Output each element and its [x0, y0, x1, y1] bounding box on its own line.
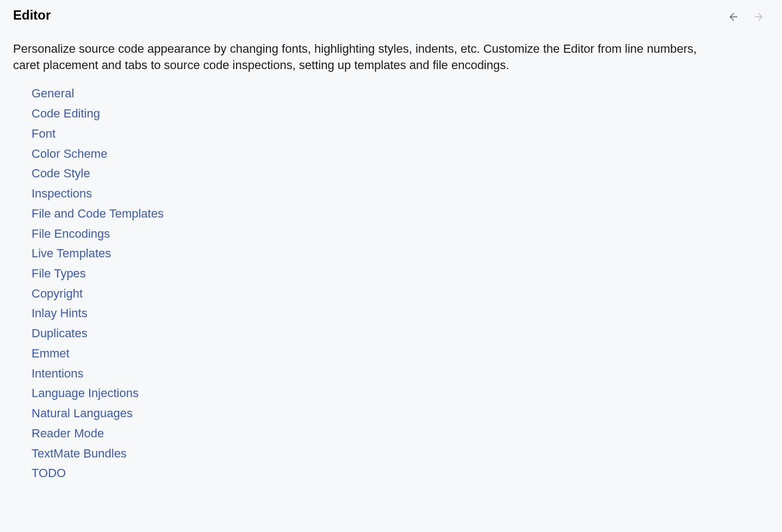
- link-live-templates[interactable]: Live Templates: [32, 244, 111, 264]
- list-item: Reader Mode: [32, 424, 782, 444]
- list-item: Copyright: [32, 284, 782, 304]
- settings-links-list: General Code Editing Font Color Scheme C…: [0, 73, 782, 484]
- list-item: Emmet: [32, 344, 782, 364]
- link-font[interactable]: Font: [32, 124, 55, 144]
- link-copyright[interactable]: Copyright: [32, 284, 83, 304]
- list-item: TextMate Bundles: [32, 444, 782, 464]
- link-todo[interactable]: TODO: [32, 463, 66, 484]
- back-button[interactable]: [728, 11, 740, 24]
- link-inspections[interactable]: Inspections: [32, 184, 92, 204]
- list-item: Language Injections: [32, 383, 782, 404]
- header: Editor: [0, 0, 782, 24]
- link-textmate-bundles[interactable]: TextMate Bundles: [32, 444, 127, 464]
- forward-button[interactable]: [753, 11, 765, 24]
- link-file-encodings[interactable]: File Encodings: [32, 224, 110, 244]
- link-emmet[interactable]: Emmet: [32, 344, 70, 364]
- list-item: Inspections: [32, 184, 782, 204]
- list-item: File Encodings: [32, 224, 782, 244]
- arrow-right-icon: [753, 11, 765, 24]
- link-duplicates[interactable]: Duplicates: [32, 324, 88, 344]
- list-item: Inlay Hints: [32, 304, 782, 324]
- list-item: TODO: [32, 463, 782, 484]
- arrow-left-icon: [728, 11, 740, 24]
- link-intentions[interactable]: Intentions: [32, 364, 83, 384]
- list-item: Live Templates: [32, 244, 782, 264]
- page-title: Editor: [13, 8, 51, 23]
- list-item: Code Editing: [32, 104, 782, 124]
- list-item: File and Code Templates: [32, 204, 782, 224]
- list-item: Duplicates: [32, 324, 782, 344]
- link-file-types[interactable]: File Types: [32, 264, 86, 284]
- list-item: Font: [32, 124, 782, 144]
- nav-arrows: [728, 8, 769, 24]
- list-item: General: [32, 84, 782, 104]
- link-general[interactable]: General: [32, 84, 74, 104]
- list-item: File Types: [32, 264, 782, 284]
- link-language-injections[interactable]: Language Injections: [32, 383, 139, 404]
- link-natural-languages[interactable]: Natural Languages: [32, 404, 133, 424]
- link-inlay-hints[interactable]: Inlay Hints: [32, 304, 88, 324]
- link-reader-mode[interactable]: Reader Mode: [32, 424, 104, 444]
- link-file-and-code-templates[interactable]: File and Code Templates: [32, 204, 164, 224]
- list-item: Color Scheme: [32, 144, 782, 164]
- list-item: Code Style: [32, 164, 782, 184]
- link-code-editing[interactable]: Code Editing: [32, 104, 100, 124]
- page-description: Personalize source code appearance by ch…: [0, 24, 718, 73]
- list-item: Natural Languages: [32, 404, 782, 424]
- link-color-scheme[interactable]: Color Scheme: [32, 144, 107, 164]
- list-item: Intentions: [32, 364, 782, 384]
- link-code-style[interactable]: Code Style: [32, 164, 90, 184]
